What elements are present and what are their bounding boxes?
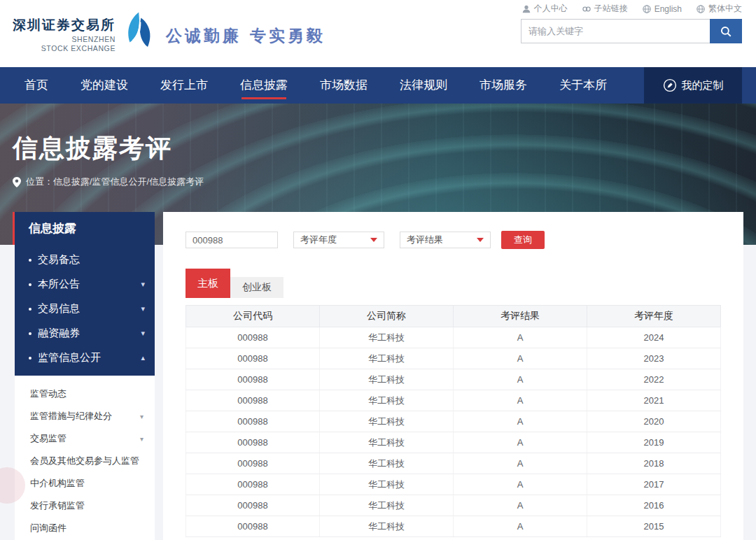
company-code-cell: 000988 bbox=[186, 390, 320, 411]
table-row[interactable]: 000988 华工科技 A 2021 bbox=[186, 390, 721, 411]
result-cell: A bbox=[454, 327, 587, 348]
evaluation-result-dropdown[interactable]: 考评结果 bbox=[400, 232, 491, 248]
sidebar-item[interactable]: 本所公告 ▾ bbox=[15, 272, 155, 297]
table-row[interactable]: 000988 华工科技 A 2016 bbox=[186, 495, 721, 516]
logo-cn-name: 深圳证券交易所 bbox=[13, 17, 115, 34]
column-header: 考评结果 bbox=[454, 306, 587, 327]
globe-icon bbox=[696, 4, 706, 14]
sidebar-subitem[interactable]: 交易监管 ▾ bbox=[15, 427, 155, 450]
result-cell: A bbox=[454, 516, 587, 537]
result-cell: A bbox=[454, 453, 587, 474]
nav-item[interactable]: 发行上市 bbox=[160, 67, 208, 104]
table-row[interactable]: 000988 华工科技 A 2019 bbox=[186, 432, 721, 453]
table-row[interactable]: 000988 华工科技 A 2015 bbox=[186, 516, 721, 537]
company-name-cell: 华工科技 bbox=[320, 390, 454, 411]
company-name-cell: 华工科技 bbox=[320, 516, 454, 537]
query-button[interactable]: 查询 bbox=[501, 231, 545, 249]
result-cell: A bbox=[454, 369, 587, 390]
my-customization-button[interactable]: 我的定制 bbox=[644, 67, 742, 104]
location-pin-icon bbox=[13, 177, 21, 187]
sidebar-submenu: 监管动态 监管措施与纪律处分 ▾ 交易监管 ▾ 会员及其他交易参与人监管 bbox=[15, 376, 155, 540]
sidebar-subitem[interactable]: 监管措施与纪律处分 ▾ bbox=[15, 405, 155, 427]
column-header: 公司简称 bbox=[320, 306, 454, 327]
sidebar-item[interactable]: 融资融券 ▾ bbox=[15, 321, 155, 346]
nav-item[interactable]: 信息披露 bbox=[240, 67, 288, 104]
company-name-cell: 华工科技 bbox=[320, 348, 454, 369]
sidebar-subitem[interactable]: 监管动态 bbox=[15, 383, 155, 405]
board-tabs: 主板 创业板 bbox=[186, 269, 721, 298]
company-name-cell: 华工科技 bbox=[320, 369, 454, 390]
sidebar-item[interactable]: 监管信息公开 ▴ bbox=[15, 346, 155, 370]
edit-pencil-icon bbox=[663, 78, 677, 92]
company-name-cell: 华工科技 bbox=[320, 411, 454, 432]
company-code-cell: 000988 bbox=[186, 411, 320, 432]
search-input[interactable] bbox=[521, 19, 710, 43]
result-cell: A bbox=[454, 495, 587, 516]
sidebar-item[interactable]: 交易信息 ▾ bbox=[15, 297, 155, 321]
board-tab[interactable]: 创业板 bbox=[230, 277, 284, 298]
sidebar-subitem[interactable]: 发行承销监管 bbox=[15, 495, 155, 517]
year-cell: 2015 bbox=[587, 516, 721, 537]
user-icon bbox=[522, 4, 531, 14]
sidebar-title: 信息披露 bbox=[13, 212, 155, 245]
slogan-text: 公诚勤廉 专实勇毅 bbox=[166, 25, 326, 47]
company-code-input[interactable] bbox=[186, 232, 278, 248]
table-header: 公司代码 公司简称 考评结果 考评年度 bbox=[186, 306, 721, 327]
company-code-cell: 000988 bbox=[186, 327, 320, 348]
table-row[interactable]: 000988 华工科技 A 2017 bbox=[186, 474, 721, 495]
bullet-dot-icon bbox=[29, 283, 31, 286]
board-tab[interactable]: 主板 bbox=[186, 269, 230, 298]
content-area: 信息披露 交易备忘 本所公告 ▾ 交易信息 ▾ bbox=[0, 212, 756, 540]
year-cell: 2022 bbox=[587, 369, 721, 390]
chevron-icon: ▾ bbox=[141, 329, 145, 338]
year-cell: 2023 bbox=[587, 348, 721, 369]
sidebar-item[interactable]: 交易备忘 bbox=[15, 248, 155, 272]
company-code-cell: 000988 bbox=[186, 369, 320, 390]
chevron-icon: ▾ bbox=[140, 435, 144, 443]
company-name-cell: 华工科技 bbox=[320, 495, 454, 516]
nav-item[interactable]: 首页 bbox=[24, 67, 48, 104]
english-link[interactable]: English bbox=[642, 3, 682, 15]
year-cell: 2018 bbox=[587, 453, 721, 474]
logo-en-name: SHENZHEN STOCK EXCHANGE bbox=[13, 35, 115, 53]
nav-items: 首页 党的建设 发行上市 信息披露 市场数据 法律规则 市场服务 关于本所 bbox=[24, 67, 607, 104]
sidebar-subitem[interactable]: 会员及其他交易参与人监管 bbox=[15, 450, 155, 472]
nav-item[interactable]: 关于本所 bbox=[559, 67, 607, 104]
top-bar: 深圳证券交易所 SHENZHEN STOCK EXCHANGE 公诚勤廉 专实勇… bbox=[0, 0, 756, 67]
sidebar-subitem[interactable]: 问询函件 bbox=[15, 517, 155, 539]
evaluation-year-dropdown[interactable]: 考评年度 bbox=[293, 232, 384, 248]
table-row[interactable]: 000988 华工科技 A 2023 bbox=[186, 348, 721, 369]
nav-item[interactable]: 市场服务 bbox=[479, 67, 527, 104]
table-row[interactable]: 000988 华工科技 A 2018 bbox=[186, 453, 721, 474]
search-icon bbox=[720, 25, 732, 38]
table-row[interactable]: 000988 华工科技 A 2020 bbox=[186, 411, 721, 432]
user-center-link[interactable]: 个人中心 bbox=[522, 3, 568, 15]
year-cell: 2016 bbox=[587, 495, 721, 516]
company-name-cell: 华工科技 bbox=[320, 327, 454, 348]
nav-item[interactable]: 法律规则 bbox=[400, 67, 447, 104]
company-name-cell: 华工科技 bbox=[320, 453, 454, 474]
szse-logo-icon bbox=[122, 10, 156, 56]
company-code-cell: 000988 bbox=[186, 432, 320, 453]
dropdown-triangle-icon bbox=[477, 238, 484, 242]
nav-item[interactable]: 市场数据 bbox=[320, 67, 368, 104]
link-icon bbox=[582, 4, 592, 14]
traditional-chinese-link[interactable]: 繁体中文 bbox=[696, 3, 742, 15]
bullet-dot-icon bbox=[29, 259, 31, 262]
table-row[interactable]: 000988 华工科技 A 2022 bbox=[186, 369, 721, 390]
result-cell: A bbox=[454, 432, 587, 453]
nav-item[interactable]: 党的建设 bbox=[80, 67, 128, 104]
year-cell: 2021 bbox=[587, 390, 721, 411]
subsite-links-link[interactable]: 子站链接 bbox=[582, 3, 628, 15]
company-code-cell: 000988 bbox=[186, 495, 320, 516]
bullet-dot-icon bbox=[29, 332, 31, 335]
table-row[interactable]: 000988 华工科技 A 2024 bbox=[186, 327, 721, 348]
company-name-cell: 华工科技 bbox=[320, 474, 454, 495]
search-button[interactable] bbox=[710, 19, 742, 43]
column-header: 考评年度 bbox=[587, 306, 721, 327]
chevron-icon: ▴ bbox=[141, 353, 145, 362]
logo[interactable]: 深圳证券交易所 SHENZHEN STOCK EXCHANGE 公诚勤廉 专实勇… bbox=[13, 17, 326, 56]
sidebar-subitem[interactable]: 中介机构监管 bbox=[15, 472, 155, 495]
sidebar: 信息披露 交易备忘 本所公告 ▾ 交易信息 ▾ bbox=[13, 212, 155, 540]
chevron-icon: ▾ bbox=[140, 413, 144, 420]
